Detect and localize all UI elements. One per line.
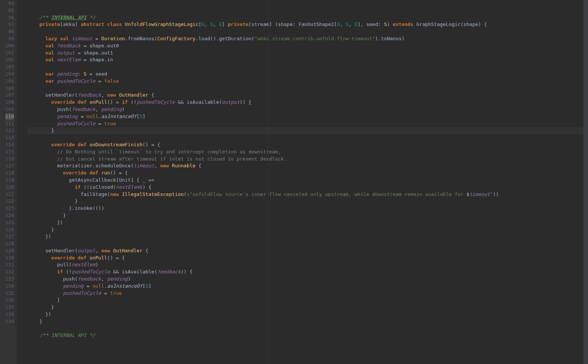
line-number[interactable]: 132 (5, 268, 14, 276)
line-number[interactable]: 114 (5, 141, 14, 149)
code-line[interactable]: override def onPull() = if (!pushedToCyc… (27, 99, 588, 106)
code-line[interactable]: push(feedback, pending) (27, 106, 588, 113)
line-number[interactable]: 98 (5, 28, 14, 35)
code-line[interactable]: materializer.scheduleOnce(timeout, new R… (27, 162, 588, 170)
code-line[interactable]: pushedToCycle = true (27, 120, 588, 127)
code-line[interactable]: }) (27, 233, 588, 240)
code-line[interactable]: if (!isClosed(nextElem)) { (27, 184, 588, 191)
line-number[interactable]: 111 (5, 120, 14, 127)
line-number[interactable]: 128 (5, 240, 14, 247)
line-number[interactable]: 134 (5, 283, 14, 290)
line-number[interactable]: 112 (5, 127, 14, 134)
line-number[interactable]: 113 (5, 134, 14, 141)
code-line[interactable]: val feedback = shape.out0 (27, 42, 588, 50)
code-line[interactable]: }.invoke(()) (27, 205, 588, 212)
line-number[interactable]: 117 (5, 162, 14, 170)
line-number[interactable]: 102 (5, 56, 14, 64)
code-line[interactable]: private[akka] abstract class UnfoldFlowG… (27, 21, 588, 28)
code-line[interactable]: /** INTERNAL API */ (27, 332, 588, 339)
line-number[interactable]: 107 (5, 92, 14, 99)
code-line[interactable]: override def onPull() = { (27, 255, 588, 262)
line-number[interactable]: 137 (5, 304, 14, 311)
code-line[interactable]: } (27, 318, 588, 325)
code-line[interactable]: } (27, 212, 588, 219)
line-number[interactable]: 130 (5, 255, 14, 262)
code-line[interactable]: getAsyncCallback[Unit] { _ => (27, 177, 588, 184)
code-line[interactable]: if (!pushedToCycle && isAvailable(feedba… (27, 268, 588, 276)
code-line[interactable]: setHandler(output, new OutHandler { (27, 247, 588, 255)
line-number[interactable]: 108 (5, 99, 14, 106)
code-line[interactable] (27, 134, 588, 141)
line-number[interactable]: 109 (5, 106, 14, 113)
line-number[interactable]: 110 (5, 113, 14, 120)
line-number[interactable]: 115 (5, 149, 14, 156)
line-number[interactable]: 121 (5, 191, 14, 198)
code-line[interactable] (27, 64, 588, 71)
line-number[interactable]: 139 (5, 318, 14, 325)
code-line[interactable]: setHandler(feedback, new OutHandler { (27, 92, 588, 99)
code-line[interactable] (27, 325, 588, 332)
line-number[interactable]: 96 (5, 14, 14, 21)
code-line[interactable]: pushedToCycle = true (27, 290, 588, 297)
code-line[interactable]: push(feedback, pending) (27, 276, 588, 283)
code-line[interactable]: val nextElem = shape.in (27, 56, 588, 64)
code-line[interactable]: var pushedToCycle = false (27, 78, 588, 85)
line-number[interactable]: 99 (5, 35, 14, 42)
line-number[interactable]: 129 (5, 247, 14, 255)
line-number[interactable]: 123 (5, 205, 14, 212)
code-line[interactable] (27, 240, 588, 247)
code-line[interactable] (27, 28, 588, 35)
line-number[interactable]: 131 (5, 261, 14, 268)
line-number[interactable]: 125 (5, 219, 14, 226)
line-number[interactable]: 95 (5, 7, 14, 14)
code-line[interactable]: } (27, 226, 588, 234)
code-line[interactable]: } (27, 297, 588, 304)
line-number[interactable]: 118 (5, 170, 14, 177)
line-number-gutter[interactable]: 9495969798991001011021031041051061071081… (0, 0, 17, 364)
line-number[interactable]: 105 (5, 78, 14, 85)
line-number[interactable]: 138 (5, 311, 14, 318)
line-number[interactable]: 101 (5, 50, 14, 57)
line-number[interactable]: 120 (5, 184, 14, 191)
line-number[interactable]: 100 (5, 42, 14, 50)
code-line[interactable]: val output = shape.out1 (27, 50, 588, 57)
vertical-scrollbar[interactable] (583, 0, 588, 364)
line-number[interactable]: 122 (5, 198, 14, 205)
line-number[interactable]: 124 (5, 212, 14, 219)
code-line[interactable]: /** INTERNAL API */ (27, 14, 588, 21)
code-line[interactable]: failStage(new IllegalStateException(s"un… (27, 191, 588, 198)
code-editor: 9495969798991001011021031041051061071081… (0, 0, 588, 364)
code-area[interactable]: /** INTERNAL API */ private[akka] abstra… (17, 0, 588, 364)
code-line[interactable]: pending = null.asInstanceOf[S] (27, 283, 588, 290)
code-line[interactable]: override def onDownstreamFinish() = { (27, 141, 588, 149)
code-line[interactable]: }) (27, 219, 588, 226)
line-number[interactable]: 97 (5, 21, 14, 28)
code-line[interactable] (27, 85, 588, 92)
line-number[interactable]: 94 (5, 0, 14, 7)
line-number[interactable]: 106 (5, 85, 14, 92)
code-line[interactable]: // but cancel stream after timeout if in… (27, 156, 588, 163)
line-number[interactable]: 103 (5, 64, 14, 71)
code-line[interactable]: // Do Nothing until `timeout` to try and… (27, 149, 588, 156)
line-number[interactable]: 136 (5, 297, 14, 304)
line-number[interactable]: 135 (5, 290, 14, 297)
code-line[interactable]: } (27, 198, 588, 205)
line-number[interactable]: 104 (5, 71, 14, 78)
code-line[interactable]: override def run() = { (27, 170, 588, 177)
code-line[interactable]: } (27, 127, 588, 134)
code-line[interactable]: lazy val timeout = Duration.fromNanos(Co… (27, 35, 588, 42)
code-line[interactable]: var pending: S = seed (27, 71, 588, 78)
code-line[interactable]: } (27, 304, 588, 311)
code-line[interactable]: pending = null.asInstanceOf[S] (27, 113, 588, 120)
line-number[interactable]: 119 (5, 177, 14, 184)
line-number[interactable]: 116 (5, 156, 14, 163)
code-line[interactable]: pull(nextElem) (27, 261, 588, 268)
line-number[interactable]: 127 (5, 233, 14, 240)
line-number[interactable]: 126 (5, 226, 14, 234)
line-number[interactable]: 133 (5, 276, 14, 283)
code-line[interactable]: }) (27, 311, 588, 318)
